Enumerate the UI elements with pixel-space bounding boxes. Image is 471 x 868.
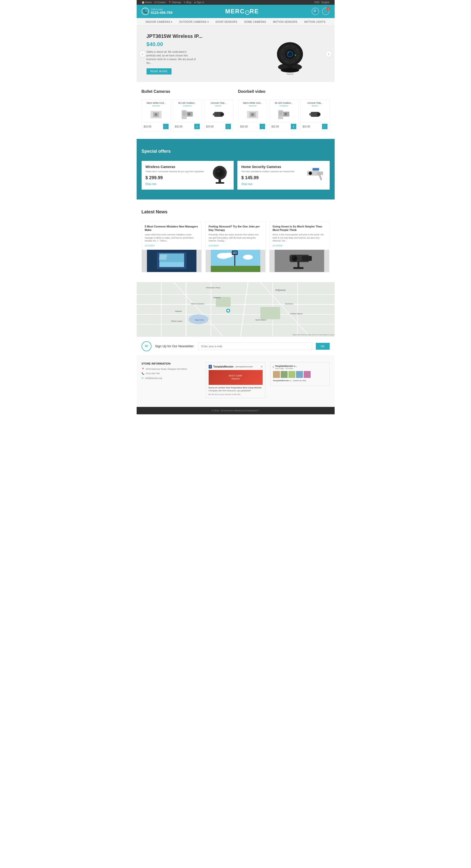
svg-rect-96 xyxy=(260,307,280,319)
product-brand: Amcrest xyxy=(240,105,265,107)
nav-dome-cameras[interactable]: DOME CAMERAS xyxy=(241,18,270,26)
fb-widget2-info: TemplateMonster c... Like Page · 97k lik… xyxy=(275,365,297,370)
svg-rect-72 xyxy=(232,251,237,254)
svg-text:TENVIS: TENVIS xyxy=(286,73,293,75)
product-brand: Amcrest xyxy=(144,105,168,107)
language-selector[interactable]: English xyxy=(321,1,330,4)
svg-text:Aventura: Aventura xyxy=(285,303,293,305)
news-content: Feeling Stressed? Try the One Joke per D… xyxy=(206,222,265,250)
contact-link[interactable]: ✉ Contact xyxy=(154,1,165,4)
add-to-cart-button[interactable]: 🛒 xyxy=(163,124,168,129)
product-info-button[interactable]: ℹ xyxy=(194,124,200,129)
news-text: Rumi, is the most popular Sufi poet in t… xyxy=(273,233,326,243)
fb-shared-text: TemplateMonster c... shared an offer xyxy=(273,379,327,382)
product-name: Amcrest 720p... xyxy=(303,102,327,104)
product-image xyxy=(211,108,226,121)
cart-icon[interactable]: 🛒 0 xyxy=(322,8,329,15)
product-info-button[interactable]: ℹ xyxy=(291,124,296,129)
offer-image-wireless xyxy=(210,165,230,185)
shop-now-link-security[interactable]: Shop now xyxy=(241,183,252,185)
nav-indoor-cameras[interactable]: INDOOR CAMERAS ▾ xyxy=(142,18,176,26)
svg-point-4 xyxy=(289,45,291,46)
svg-point-68 xyxy=(223,253,233,258)
shop-now-link-wireless[interactable]: Shop now xyxy=(146,183,156,185)
hero-prev-arrow[interactable]: ‹ xyxy=(139,51,146,57)
svg-point-48 xyxy=(224,168,225,169)
sitemap-link[interactable]: 📍 Sitemap xyxy=(168,1,181,4)
blog-link[interactable]: ✎ Blog xyxy=(184,1,191,4)
product-price: $24.00 xyxy=(206,125,214,128)
svg-point-50 xyxy=(225,174,226,175)
hero-text: JPT3815W Wireless IP... $40.00 Safety is… xyxy=(137,26,246,82)
store-info-title: STORE INFORMATION xyxy=(142,362,201,365)
svg-point-5 xyxy=(295,48,296,49)
hero-next-arrow[interactable]: › xyxy=(325,51,332,57)
signin-link[interactable]: ➤ Sign in xyxy=(194,1,204,4)
svg-rect-82 xyxy=(137,282,335,337)
nav-outdoor-cameras[interactable]: OUTDOOR CAMERAS ▾ xyxy=(176,18,212,26)
svg-rect-64 xyxy=(154,269,189,270)
sections-row: Bullet Cameras Warm White Cool... Amcres… xyxy=(142,89,330,131)
news-image xyxy=(270,250,329,272)
product-name: Warm White Cool... xyxy=(144,102,168,104)
svg-point-78 xyxy=(293,257,296,260)
fb-handle: @templatemonster xyxy=(235,366,253,368)
currency-selector[interactable]: USD xyxy=(314,1,319,4)
fb-widget2-header: f TemplateMonster c... Like Page · 97k l… xyxy=(273,365,327,370)
footer-row: STORE INFORMATION 📍 4578 Marmora Road, G… xyxy=(142,362,330,401)
product-sections: Bullet Cameras Warm White Cool... Amcres… xyxy=(137,82,335,139)
avatar xyxy=(288,371,295,378)
avatar xyxy=(304,371,311,378)
svg-point-11 xyxy=(283,48,285,49)
product-price-row: $16.00 🛒 xyxy=(240,122,265,129)
offer-card-wireless: Wireless Cameras These Wi-Fi connected c… xyxy=(142,161,234,190)
offer-name: Wireless Cameras xyxy=(146,165,207,169)
read-more-button[interactable]: READ MORE xyxy=(147,68,172,74)
hero-camera-image: TENVIS xyxy=(268,32,312,76)
nav-motion-sensors[interactable]: MOTION SENSORS xyxy=(270,18,301,26)
nav-door-sensors[interactable]: DOOR SENSORS xyxy=(212,18,241,26)
store-address: 📍 4578 Marmora Road, Glasgow D04 89GX xyxy=(142,368,201,371)
svg-text:Opa-locka: Opa-locka xyxy=(195,319,204,321)
store-email: ✉ info@domain.org xyxy=(142,377,201,380)
svg-rect-76 xyxy=(302,256,312,261)
svg-text:Hollywood: Hollywood xyxy=(275,289,286,291)
news-grid: 5 Most Common Mistakes New Managers Make… xyxy=(142,221,330,272)
svg-text:Map data ©2016 Google  Terms o: Map data ©2016 Google Terms of Use Repor… xyxy=(292,334,335,336)
social-widget-1: f TemplateMonster @templatemonster ✕ BOO… xyxy=(206,362,265,398)
email-input[interactable] xyxy=(198,343,312,350)
hero-price: $40.00 xyxy=(147,41,236,48)
product-price: $24.00 xyxy=(303,125,310,128)
home-link[interactable]: 🏠 Home xyxy=(142,1,152,4)
product-price-row: $32.00 ℹ xyxy=(272,122,296,129)
fb-logo-2: f xyxy=(273,366,274,369)
close-widget-button[interactable]: ✕ xyxy=(261,365,262,368)
svg-point-44 xyxy=(217,170,223,176)
fb-widget-header: f TemplateMonster @templatemonster ✕ xyxy=(209,365,262,369)
bullet-cameras-section: Bullet Cameras Warm White Cool... Amcres… xyxy=(142,89,233,131)
newsletter-submit-button[interactable]: OK xyxy=(316,343,330,350)
fb-page-name: TemplateMonster xyxy=(213,365,233,368)
product-price-row: $24.00 🛒 xyxy=(303,122,327,129)
bullet-cameras-title: Bullet Cameras xyxy=(142,89,233,96)
search-icon[interactable]: 🔍 xyxy=(312,8,319,15)
add-to-cart-button[interactable]: 🛒 xyxy=(260,124,265,129)
nav-motion-lights[interactable]: MOTION LIGHTS xyxy=(301,18,329,26)
special-offers-title: Special offers xyxy=(142,149,330,156)
svg-point-22 xyxy=(154,113,157,116)
add-to-cart-button[interactable]: 🛒 xyxy=(322,124,327,129)
news-content: 5 Most Common Mistakes New Managers Make… xyxy=(142,222,201,250)
svg-point-33 xyxy=(251,113,254,116)
svg-point-29 xyxy=(221,113,223,116)
product-name: Warm White Cool... xyxy=(240,102,265,104)
fb-page-likes: Like Page · 97k likes xyxy=(275,367,297,370)
fb-page-name-2: TemplateMonster c... xyxy=(275,365,297,367)
add-to-cart-button[interactable]: 🛒 xyxy=(225,124,231,129)
product-name: 80 LED Outdoor... xyxy=(272,102,296,104)
footer-fb-widget2: f TemplateMonster c... Like Page · 97k l… xyxy=(270,362,330,401)
news-date: 11/17/2014 xyxy=(145,245,198,247)
svg-point-36 xyxy=(284,113,287,115)
offer-name: Home Security Cameras xyxy=(241,165,303,169)
doorbell-title: Doorbell video xyxy=(238,89,330,96)
svg-point-6 xyxy=(297,53,299,55)
